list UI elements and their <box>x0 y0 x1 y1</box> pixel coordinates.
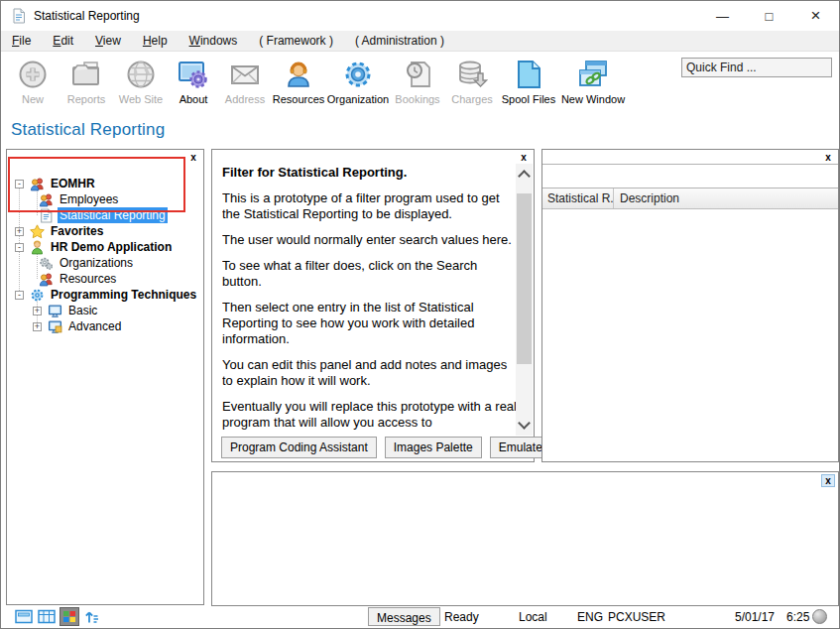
detail-panel: x <box>211 471 839 606</box>
images-palette-button[interactable]: Images Palette <box>385 437 482 458</box>
results-grid-body[interactable] <box>542 209 838 461</box>
tree-item-employees[interactable]: Employees <box>33 191 120 207</box>
status-language: ENG <box>577 610 603 624</box>
results-panel-header: x <box>542 150 838 165</box>
new-icon <box>17 59 49 90</box>
tree-item-label: Organizations <box>58 255 135 271</box>
column-header-description[interactable]: Description <box>614 189 838 208</box>
status-connection: Local <box>519 610 547 624</box>
tree-item-resources[interactable]: Resources <box>33 271 118 287</box>
quick-find-input[interactable] <box>681 58 832 77</box>
status-bar: Messages Ready Local ENG PCXUSER 5/01/17… <box>1 606 839 628</box>
tree-item-label: Programming Techniques <box>49 287 198 303</box>
menu-windows[interactable]: Windows <box>179 31 249 51</box>
toolbar-organization[interactable]: Organization <box>326 52 390 115</box>
sort-ascending-icon[interactable] <box>83 608 101 625</box>
filter-description-text: Filter for Statistical Reporting. This i… <box>222 165 517 435</box>
monitor-advanced-icon <box>48 319 62 334</box>
tree-item-statistical-reporting[interactable]: Statistical Reporting <box>33 207 168 223</box>
results-grid-header: Statistical R... Description <box>542 189 838 209</box>
toolbar-resources[interactable]: Resources <box>271 52 326 115</box>
close-button[interactable]: × <box>792 1 839 31</box>
toolbar-about[interactable]: About <box>168 52 219 115</box>
toolbar-website-label: Web Site <box>119 93 163 105</box>
expand-icon[interactable]: + <box>33 307 42 315</box>
menu-view[interactable]: View <box>84 31 132 51</box>
menu-framework[interactable]: ( Framework ) <box>248 31 344 51</box>
toolbar-new-window-label: New Window <box>561 93 625 105</box>
status-user: PCXUSER <box>608 610 665 624</box>
bookings-icon <box>402 59 433 90</box>
scroll-up-icon[interactable] <box>518 170 531 183</box>
tree-view-toggles <box>15 608 101 625</box>
menu-help[interactable]: Help <box>132 31 179 51</box>
page-title: Statistical Reporting <box>11 120 165 140</box>
filter-paragraph: Then select one entry in the list of Sta… <box>222 300 517 347</box>
website-globe-icon <box>125 59 157 90</box>
tree-item-hr-demo-application[interactable]: - HR Demo Application <box>15 239 174 255</box>
filter-title: Filter for Statistical Reporting. <box>222 165 517 181</box>
menu-edit[interactable]: Edit <box>42 31 84 51</box>
reports-icon <box>70 59 102 90</box>
detail-panel-close-icon[interactable]: x <box>821 474 835 487</box>
status-date: 5/01/17 <box>735 610 775 624</box>
tree-item-label: Resources <box>58 271 118 287</box>
tree-item-label: Advanced <box>66 318 123 334</box>
tree-item-label: EOMHR <box>49 176 97 191</box>
program-coding-assistant-button[interactable]: Program Coding Assistant <box>221 437 377 458</box>
collapse-icon[interactable]: - <box>15 291 24 300</box>
navigation-tree: - EOMHR Employees <box>7 162 203 604</box>
tree-item-basic[interactable]: + Basic <box>33 303 99 318</box>
person-icon <box>30 240 45 255</box>
window-view-icon[interactable] <box>15 608 33 625</box>
color-grid-view-icon[interactable] <box>60 608 78 625</box>
toolbar-charges-label: Charges <box>451 93 493 105</box>
toolbar-reports-label: Reports <box>67 93 106 105</box>
monitor-icon <box>48 304 62 318</box>
resources-person-icon <box>283 59 314 90</box>
maximize-button[interactable]: □ <box>746 1 792 31</box>
vertical-scrollbar[interactable] <box>516 164 533 436</box>
gears-icon <box>39 256 54 271</box>
charges-icon <box>456 59 488 90</box>
toolbar-address: Address <box>219 52 271 115</box>
toolbar-new-window[interactable]: New Window <box>558 52 628 115</box>
gear-icon <box>30 288 45 303</box>
app-document-icon <box>11 8 27 24</box>
app-window: Statistical Reporting — □ × File Edit Vi… <box>0 0 840 629</box>
toolbar-organization-label: Organization <box>327 93 389 105</box>
tree-item-eomhr[interactable]: - EOMHR <box>15 176 97 191</box>
column-header-statistical-r[interactable]: Statistical R... <box>542 189 614 208</box>
toolbar-charges: Charges <box>445 52 499 115</box>
minimize-button[interactable]: — <box>699 1 746 31</box>
window-controls: — □ × <box>699 1 839 31</box>
tree-item-advanced[interactable]: + Advanced <box>33 318 123 334</box>
toolbar-spool-files-label: Spool Files <box>502 93 555 105</box>
spool-files-icon <box>513 59 544 90</box>
tree-item-favorites[interactable]: + Favorites <box>15 223 105 239</box>
filter-paragraph: Eventually you will replace this prototy… <box>222 399 517 431</box>
results-panel-close-icon[interactable]: x <box>821 152 835 165</box>
scrollbar-thumb[interactable] <box>517 193 532 364</box>
toolbar-spool-files[interactable]: Spool Files <box>499 52 558 115</box>
menu-administration[interactable]: ( Administration ) <box>344 31 455 51</box>
results-panel: x Statistical R... Description <box>541 149 839 462</box>
filter-button-row: Program Coding Assistant Images Palette … <box>221 437 592 458</box>
collapse-icon[interactable]: - <box>15 243 24 252</box>
toolbar-address-label: Address <box>225 93 265 105</box>
tree-item-programming-techniques[interactable]: - Programming Techniques <box>15 287 198 303</box>
document-icon <box>39 208 54 223</box>
expand-icon[interactable]: + <box>33 322 42 331</box>
organization-gear-icon <box>342 59 374 90</box>
expand-icon[interactable]: + <box>15 227 24 236</box>
scroll-down-icon[interactable] <box>518 417 531 430</box>
filter-paragraph: You can edit this panel and add notes an… <box>222 357 517 389</box>
messages-button[interactable]: Messages <box>368 607 440 626</box>
filter-paragraph: To see what a filter does, click on the … <box>222 258 517 290</box>
collapse-icon[interactable]: - <box>15 180 24 189</box>
menu-file[interactable]: File <box>1 31 42 51</box>
tree-item-organizations[interactable]: Organizations <box>33 255 135 271</box>
status-indicator-icon <box>812 609 827 624</box>
group-icon <box>39 192 54 207</box>
grid-view-icon[interactable] <box>38 608 56 625</box>
